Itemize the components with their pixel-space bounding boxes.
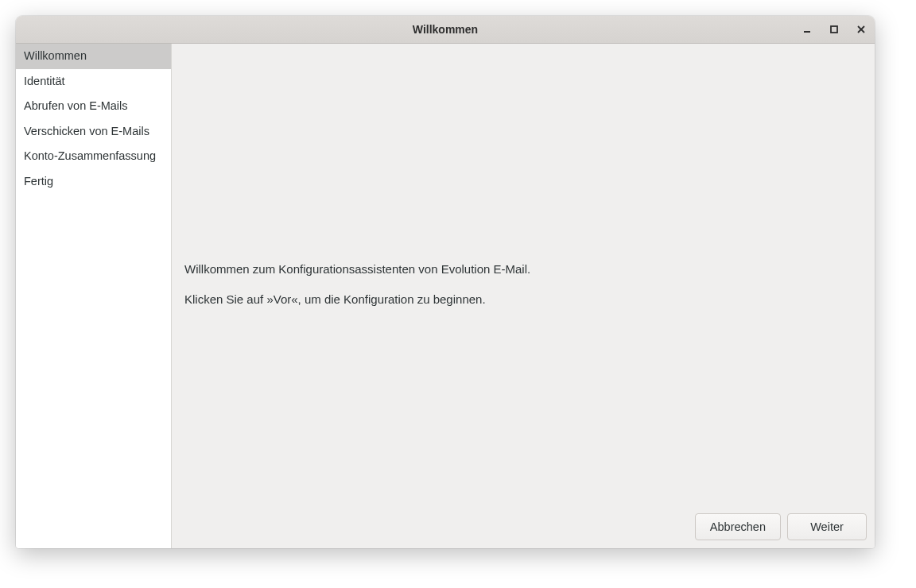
- sidebar-item-abrufen[interactable]: Abrufen von E-Mails: [16, 94, 171, 119]
- window-controls: [800, 16, 868, 43]
- sidebar-item-label: Fertig: [24, 175, 53, 188]
- close-icon: [857, 25, 865, 33]
- sidebar-item-label: Identität: [24, 75, 65, 87]
- button-bar: Abbrechen Weiter: [172, 505, 875, 548]
- window: Willkommen Willkommen: [16, 16, 875, 548]
- cancel-button-label: Abbrechen: [710, 520, 766, 533]
- main-body: Willkommen zum Konfigurationsassistenten…: [172, 44, 875, 505]
- svg-rect-0: [804, 31, 810, 33]
- titlebar: Willkommen: [16, 16, 875, 44]
- window-title: Willkommen: [413, 23, 478, 36]
- sidebar-item-label: Verschicken von E-Mails: [24, 125, 149, 137]
- main-panel: Willkommen zum Konfigurationsassistenten…: [172, 44, 875, 548]
- sidebar-item-konto-zusammenfassung[interactable]: Konto-Zusammenfassung: [16, 144, 171, 169]
- maximize-icon: [830, 25, 838, 33]
- cancel-button[interactable]: Abbrechen: [695, 513, 781, 540]
- sidebar-item-verschicken[interactable]: Verschicken von E-Mails: [16, 119, 171, 145]
- sidebar-item-label: Willkommen: [24, 49, 87, 62]
- close-button[interactable]: [854, 22, 868, 37]
- minimize-button[interactable]: [800, 22, 814, 37]
- sidebar-item-willkommen[interactable]: Willkommen: [16, 44, 171, 69]
- sidebar: Willkommen Identität Abrufen von E-Mails…: [16, 44, 172, 548]
- svg-rect-1: [831, 26, 837, 33]
- sidebar-item-label: Abrufen von E-Mails: [24, 99, 128, 112]
- next-button-label: Weiter: [810, 520, 844, 533]
- sidebar-item-identitaet[interactable]: Identität: [16, 69, 171, 95]
- maximize-button[interactable]: [827, 22, 841, 37]
- next-button[interactable]: Weiter: [787, 513, 867, 540]
- welcome-line-2: Klicken Sie auf »Vor«, um die Konfigurat…: [184, 292, 862, 308]
- minimize-icon: [803, 25, 811, 33]
- sidebar-item-label: Konto-Zusammenfassung: [24, 149, 156, 162]
- welcome-text: Willkommen zum Konfigurationsassistenten…: [184, 261, 862, 321]
- welcome-line-1: Willkommen zum Konfigurationsassistenten…: [184, 261, 862, 277]
- content: Willkommen Identität Abrufen von E-Mails…: [16, 44, 875, 548]
- sidebar-item-fertig[interactable]: Fertig: [16, 169, 171, 195]
